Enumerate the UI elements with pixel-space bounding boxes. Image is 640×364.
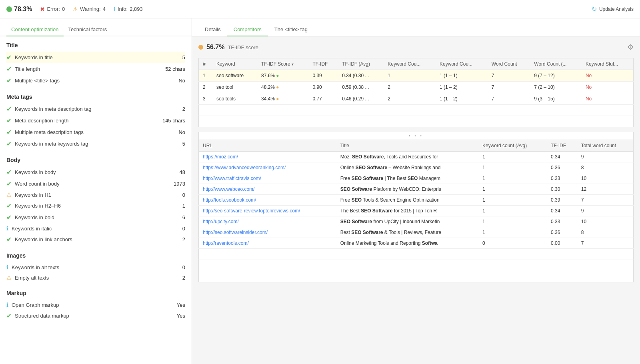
cell-tfidf: 0.33 xyxy=(547,173,577,184)
col-tfidf[interactable]: TF-IDF xyxy=(547,140,577,152)
col-tfidf-score[interactable]: TF-IDF Score ▾ xyxy=(257,58,308,70)
right-tabs-nav: Details Competitors The <title> tag xyxy=(192,18,640,36)
row-keywords-h2-h6: ✔ Keywords in H2–H6 1 xyxy=(6,200,185,212)
cell-num: 2 xyxy=(199,82,213,93)
row-value: No xyxy=(178,129,185,135)
tab-content-optimization[interactable]: Content optimization xyxy=(6,23,64,36)
settings-icon[interactable]: ⚙ xyxy=(627,43,634,52)
url-link[interactable]: http://seo.softwareinsider.com/ xyxy=(203,230,268,235)
col-title[interactable]: Title xyxy=(336,140,478,152)
cell-kc: 1 xyxy=(478,206,547,216)
top-bar-left: 78.3% ✖ Error: 0 ⚠ Warning: 4 ℹ Info: 2,… xyxy=(6,6,143,13)
tfidf-score-dot xyxy=(198,45,203,50)
warning-label: Warning: xyxy=(80,6,101,12)
cell-kc: 1 xyxy=(478,162,547,173)
cell-title: Online SEO Software – Website Rankings a… xyxy=(336,162,478,173)
score-dot-icon xyxy=(6,6,12,12)
col-word-count[interactable]: Word Count xyxy=(488,58,530,70)
col-kw-count-avg[interactable]: Keyword count (Avg) xyxy=(478,140,547,152)
section-markup: Markup ℹ Open Graph markup Yes ✔ Structu… xyxy=(0,284,192,323)
table-row: http://raventools.com/ Online Marketing … xyxy=(199,238,634,249)
cell-title: SEO Software Platform by WebCEO: Enterpr… xyxy=(336,184,478,195)
info-icon: ℹ xyxy=(114,6,116,12)
col-kw-stuffing[interactable]: Keyword Stuf... xyxy=(582,58,634,70)
url-link[interactable]: http://www.webceo.com/ xyxy=(203,186,254,192)
status-ok-icon: ✔ xyxy=(6,312,12,320)
cell-url: http://seo.softwareinsider.com/ xyxy=(199,227,336,238)
row-multiple-title-tags: ✔ Multiple <title> tags No xyxy=(6,75,185,86)
cell-ks: No xyxy=(582,82,634,93)
score-row: 56.7% TF-IDF score ⚙ xyxy=(198,43,634,52)
row-label: Keywords in meta keywords tag xyxy=(15,141,88,147)
col-word-count2[interactable]: Word Count (... xyxy=(530,58,582,70)
url-link[interactable]: http://raventools.com/ xyxy=(203,240,249,246)
section-markup-label: Markup xyxy=(6,290,185,296)
cell-avg: 0.59 (0.38 ... xyxy=(338,82,384,93)
top-bar: 78.3% ✖ Error: 0 ⚠ Warning: 4 ℹ Info: 2,… xyxy=(0,0,640,18)
cell-kc: 1 xyxy=(478,227,547,238)
col-keyword[interactable]: Keyword xyxy=(212,58,257,70)
cell-title: Best SEO Software & Tools | Reviews, Fea… xyxy=(336,227,478,238)
url-link[interactable]: http://upcity.com/ xyxy=(203,219,239,224)
row-keywords-meta-desc: ✔ Keywords in meta description tag 2 xyxy=(6,103,185,115)
tab-competitors[interactable]: Competitors xyxy=(227,23,268,36)
cell-title: The Best SEO Software for 2015 | Top Ten… xyxy=(336,206,478,216)
cell-title: Free SEO Software | The Best SEO Managem xyxy=(336,173,478,184)
cell-wc: 8 xyxy=(577,162,634,173)
cell-tfidf: 0.00 xyxy=(547,238,577,249)
cell-title: Online Marketing Tools and Reporting Sof… xyxy=(336,238,478,249)
row-keywords-h1: ⚠ Keywords in H1 0 xyxy=(6,190,185,200)
info-label: Info: xyxy=(118,6,128,12)
col-kw-count1[interactable]: Keyword Cou... xyxy=(384,58,436,70)
status-ok-icon: ✔ xyxy=(6,65,12,73)
row-value: 2 xyxy=(182,275,185,281)
table-row-empty xyxy=(199,105,634,116)
tfidf-score-label: TF-IDF score xyxy=(228,44,258,50)
col-total-wc[interactable]: Total word count xyxy=(577,140,634,152)
row-meta-desc-length: ✔ Meta description length 145 chars xyxy=(6,115,185,126)
col-tfidf-avg[interactable]: TF-IDF (Avg) xyxy=(338,58,384,70)
status-ok-icon: ✔ xyxy=(6,236,12,243)
cell-url: http://seo-software-review.toptenreviews… xyxy=(199,206,336,216)
row-structured-data: ✔ Structured data markup Yes xyxy=(6,310,185,322)
cell-wc: 8 xyxy=(577,227,634,238)
cell-kc: 1 xyxy=(478,152,547,162)
row-title-length: ✔ Title length 52 chars xyxy=(6,63,185,75)
cell-tfidf: 0.30 xyxy=(547,184,577,195)
tab-title-tag[interactable]: The <title> tag xyxy=(268,23,314,36)
competitors-table: URL Title Keyword count (Avg) TF-IDF Tot… xyxy=(198,140,634,282)
cell-kc: 1 xyxy=(478,195,547,206)
no-badge: No xyxy=(586,73,592,78)
update-analysis-button[interactable]: ↻ Update Analysis xyxy=(592,5,634,13)
tab-technical-factors[interactable]: Technical factors xyxy=(64,23,112,36)
cell-wc: 9 xyxy=(577,206,634,216)
url-link[interactable]: https://moz.com/ xyxy=(203,154,238,160)
row-label: Keywords in alt texts xyxy=(12,264,59,270)
cell-wc1: 7 xyxy=(488,82,530,93)
cell-tfidf-score: 48.2% ● xyxy=(257,82,308,93)
row-label: Keywords in H1 xyxy=(15,192,51,198)
url-link[interactable]: http://www.traffictravis.com/ xyxy=(203,176,261,181)
col-tfidf[interactable]: TF-IDF xyxy=(308,58,338,70)
col-kw-count2[interactable]: Keyword Cou... xyxy=(436,58,488,70)
url-link[interactable]: http://tools.seobook.com/ xyxy=(203,197,256,203)
table-row-empty xyxy=(199,116,634,127)
table-row-empty xyxy=(199,260,634,271)
tab-details[interactable]: Details xyxy=(198,23,227,36)
row-value: 1973 xyxy=(174,181,185,187)
cell-wc: 10 xyxy=(577,173,634,184)
row-keywords-meta-keywords: ✔ Keywords in meta keywords tag 5 xyxy=(6,138,185,150)
url-link[interactable]: https://www.advancedwebranking.com/ xyxy=(203,165,286,170)
table-row: 1 seo software 87.6% ● 0.39 0.34 (0.30 .… xyxy=(199,70,634,82)
cell-keyword: seo tool xyxy=(212,82,257,93)
status-ok-icon: ✔ xyxy=(6,140,12,148)
table-row: http://www.traffictravis.com/ Free SEO S… xyxy=(199,173,634,184)
row-label: Keywords in italic xyxy=(12,226,52,232)
cell-wc: 10 xyxy=(577,216,634,227)
col-url[interactable]: URL xyxy=(199,140,336,152)
table-row: 3 seo tools 34.4% ● 0.77 0.46 (0.29 ... … xyxy=(199,93,634,105)
row-label: Multiple <title> tags xyxy=(15,78,60,84)
url-link[interactable]: http://seo-software-review.toptenreviews… xyxy=(203,208,300,214)
row-keywords-alt-texts: ℹ Keywords in alt texts 0 xyxy=(6,262,185,272)
table-row: http://tools.seobook.com/ Free SEO Tools… xyxy=(199,195,634,206)
